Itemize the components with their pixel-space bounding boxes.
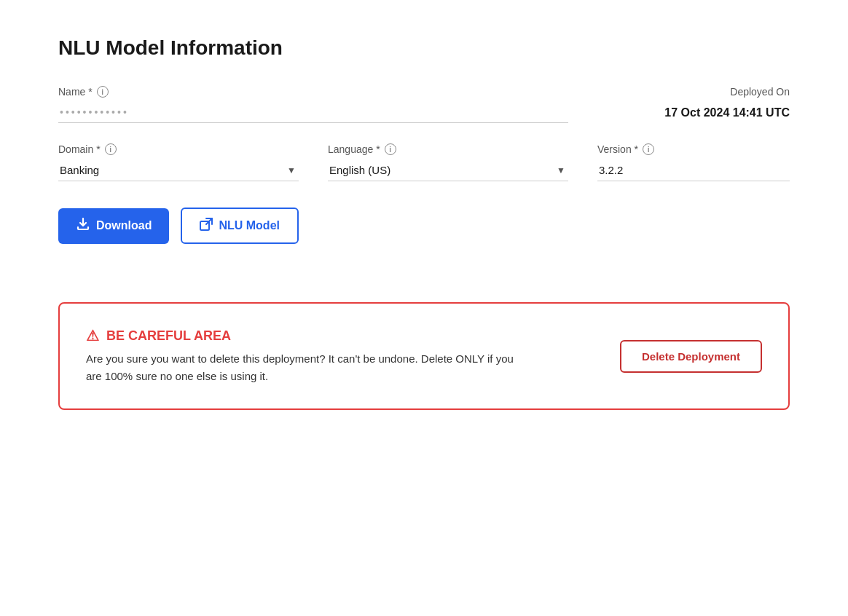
language-field: Language * i English (US) English (UK) S… [328, 143, 568, 181]
domain-select-wrapper: Banking Finance Healthcare Retail ▼ [58, 159, 299, 181]
language-info-icon[interactable]: i [385, 143, 396, 155]
domain-select[interactable]: Banking Finance Healthcare Retail [58, 159, 299, 181]
domain-info-icon[interactable]: i [105, 143, 117, 155]
danger-description: Are you sure you want to delete this dep… [86, 350, 523, 385]
danger-left-content: ⚠ BE CAREFUL AREA Are you sure you want … [86, 327, 523, 385]
version-info-icon[interactable]: i [643, 143, 654, 155]
version-value: 3.2.2 [597, 159, 790, 181]
danger-zone-box: ⚠ BE CAREFUL AREA Are you sure you want … [58, 302, 790, 410]
nlu-model-button-label: NLU Model [219, 219, 280, 232]
name-info-icon[interactable]: i [97, 86, 109, 98]
nlu-model-button[interactable]: NLU Model [181, 208, 299, 244]
page-title: NLU Model Information [58, 36, 790, 60]
download-icon [76, 217, 90, 235]
language-select[interactable]: English (US) English (UK) Spanish French [328, 159, 568, 181]
name-input[interactable] [58, 102, 568, 123]
delete-deployment-button[interactable]: Delete Deployment [620, 340, 762, 373]
danger-title: ⚠ BE CAREFUL AREA [86, 327, 523, 344]
domain-label: Domain * i [58, 143, 299, 155]
language-select-wrapper: English (US) English (UK) Spanish French… [328, 159, 568, 181]
version-label: Version * i [597, 143, 790, 155]
download-button-label: Download [96, 219, 152, 232]
warning-icon: ⚠ [86, 327, 99, 344]
actions-row: Download NLU Model [58, 208, 790, 244]
delete-deployment-label: Delete Deployment [642, 350, 740, 363]
top-form-row: Name * i Deployed On 17 Oct 2024 14:41 U… [58, 86, 790, 123]
deployed-on-field: Deployed On 17 Oct 2024 14:41 UTC [615, 86, 790, 119]
name-field: Name * i [58, 86, 615, 123]
download-button[interactable]: Download [58, 208, 169, 244]
deployed-on-value: 17 Oct 2024 14:41 UTC [615, 106, 790, 119]
second-form-row: Domain * i Banking Finance Healthcare Re… [58, 143, 790, 181]
name-label: Name * i [58, 86, 615, 98]
deployed-on-label: Deployed On [615, 86, 790, 98]
domain-field: Domain * i Banking Finance Healthcare Re… [58, 143, 299, 181]
external-link-icon [200, 218, 213, 234]
version-field: Version * i 3.2.2 [597, 143, 790, 181]
language-label: Language * i [328, 143, 568, 155]
